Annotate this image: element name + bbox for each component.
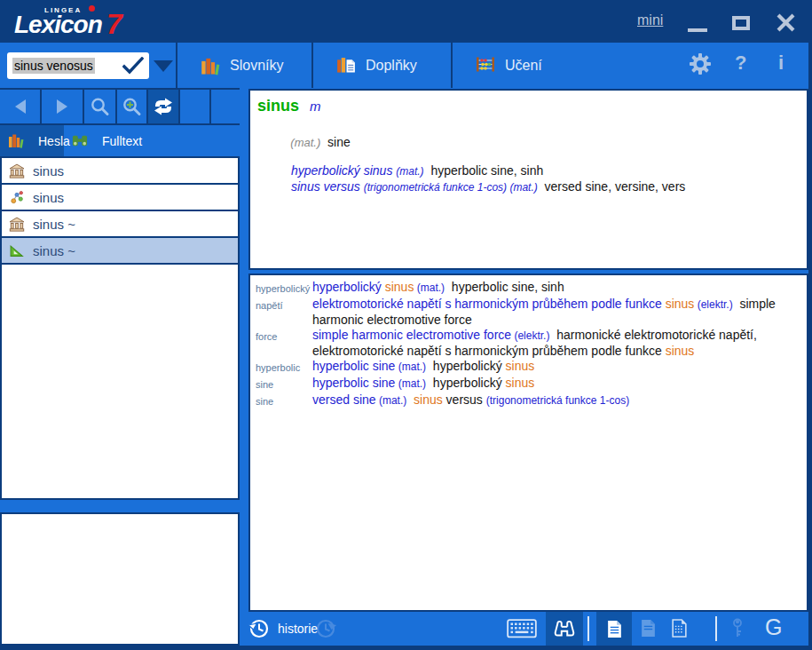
navigation-bar [0,88,240,125]
headword: sinus [257,97,299,115]
swap-languages-button[interactable] [148,90,180,123]
tab-hesla[interactable]: Hesla [0,125,64,156]
collocation-text: simple harmonic electromotive force (ele… [312,328,801,359]
text-segment: sinus [666,297,695,311]
forward-button[interactable] [42,90,84,123]
info-button[interactable]: i [778,52,784,75]
google-search-button[interactable]: G [765,614,782,640]
statusbar-divider [587,616,589,641]
tab-fulltext[interactable]: Fulltext [64,125,170,156]
sidebar-list: sinussinussinus ~sinus ~ [0,156,240,500]
fulltext-search-button[interactable] [546,612,583,646]
collocation-row[interactable]: forcesimple harmonic electromotive force… [256,328,801,359]
sidebar-tabs: Hesla Fulltext [0,125,240,156]
statusbar: historie G [241,612,808,646]
binoculars-icon [72,133,88,148]
bank-icon [9,163,25,178]
text-segment: (elektr.) [694,298,732,311]
collocation-text: hyperbolic sine (mat.) hyperbolický sinu… [312,359,801,376]
search-input[interactable]: sinus venosus [7,52,149,79]
list-item[interactable]: sinus [2,185,238,211]
entry-panel: sinusm (mat.) sine hyperbolický sinus (m… [248,89,808,270]
statusbar-divider [715,616,717,641]
collocation-list: hyperbolickýhyperbolický sinus (mat.) hy… [248,273,808,612]
close-button[interactable] [776,12,796,33]
text-segment: (mat.) [376,394,407,407]
text-segment: (trigonometrická funkce 1-cos) [486,394,629,407]
keyboard-button[interactable] [507,619,537,638]
phrase-line: sinus versus (trigonometrická funkce 1-c… [291,179,800,195]
checkmark-icon [122,57,144,75]
domain-label: (mat.) [290,136,320,149]
keyboard-icon [507,619,537,638]
logo-number: 7 [106,8,122,41]
text-segment: versed sine, versine, vers [538,179,686,194]
collocation-text: hyperbolický sinus (mat.) hyperbolic sin… [312,280,801,297]
list-item[interactable]: sinus ~ [2,238,238,265]
toolbar-tabs: Slovníky Doplňky Učení [176,43,593,88]
translation-text: sine [327,135,351,149]
text-segment: hyperbolický sinus [291,163,396,178]
help-button[interactable]: ? [735,52,746,75]
tab-label: Fulltext [102,134,142,148]
search-dropdown-button[interactable] [154,60,173,72]
collocation-text: versed sine (mat.) sinus versus (trigono… [312,392,801,409]
text-segment: hyperbolický [426,359,505,373]
collocation-label: sine [256,376,312,392]
text-segment: sinus [506,359,535,373]
text-segment: sinus [385,280,414,294]
search-tool-button[interactable] [84,90,117,123]
history-button[interactable] [248,617,271,640]
mini-mode-button[interactable]: mini [637,12,663,28]
back-button[interactable] [0,90,42,123]
text-segment: hyperbolic sine, sinh [424,163,544,178]
document-view-icon [607,620,622,638]
clock-icon [314,617,337,640]
settings-button[interactable] [689,52,712,75]
list-item[interactable]: sinus [2,158,238,185]
list-item[interactable]: sinus ~ [2,211,238,238]
collocation-row[interactable]: sineversed sine (mat.) sinus versus (tri… [256,392,801,409]
search-value[interactable]: sinus venosus [12,58,95,74]
list-item-label: sinus [33,163,64,178]
tab-label: Učení [505,58,542,74]
back-arrow-icon [15,99,26,114]
notes-button[interactable] [672,619,687,638]
list-item-label: sinus [33,190,64,205]
nav-spacer-cell [180,90,211,123]
tab-slovniky[interactable]: Slovníky [176,43,311,88]
text-segment: hyperbolic sine [312,359,395,373]
text-segment: versed sine [312,392,376,407]
text-segment: (mat.) [509,181,537,194]
window-right-edge [808,43,812,646]
collocation-row[interactable]: hyperbolickýhyperbolický sinus (mat.) hy… [256,280,801,297]
close-icon [776,12,796,33]
tab-doplnky[interactable]: Doplňky [311,43,451,88]
triangle-ruler-icon [9,243,25,258]
collocation-row[interactable]: napětíelektromotorické napětí s harmonic… [256,297,801,328]
text-segment [406,392,414,407]
collocation-row[interactable]: sinehyperbolic sine (mat.) hyperbolický … [256,376,801,392]
tab-uceni[interactable]: Učení [451,43,593,88]
collocation-row[interactable]: hyperbolichyperbolic sine (mat.) hyperbo… [256,359,801,376]
zoom-in-button[interactable] [117,90,148,123]
text-segment: (mat.) [396,165,423,178]
text-segment: hyperbolic sine [312,376,395,390]
text-segment: (elektr.) [511,329,549,342]
phrase-line: hyperbolický sinus (mat.) hyperbolic sin… [291,163,800,179]
minimize-button[interactable] [688,28,707,32]
binoculars-white-icon [553,620,576,638]
collocation-text: hyperbolic sine (mat.) hyperbolický sinu… [312,376,801,392]
book-document-icon [336,57,356,74]
books-icon [201,57,220,74]
search-confirm-button[interactable] [122,57,144,75]
books-icon [8,133,24,148]
nav-spacer-cell [211,90,240,123]
bank-icon [9,217,25,232]
history-icon [248,617,271,640]
maximize-button[interactable] [732,16,750,30]
view-entry-button[interactable] [596,612,632,646]
window-bottom-edge [0,646,812,650]
phrase-list: hyperbolický sinus (mat.) hyperbolic sin… [257,163,800,195]
abacus-icon [476,57,495,74]
